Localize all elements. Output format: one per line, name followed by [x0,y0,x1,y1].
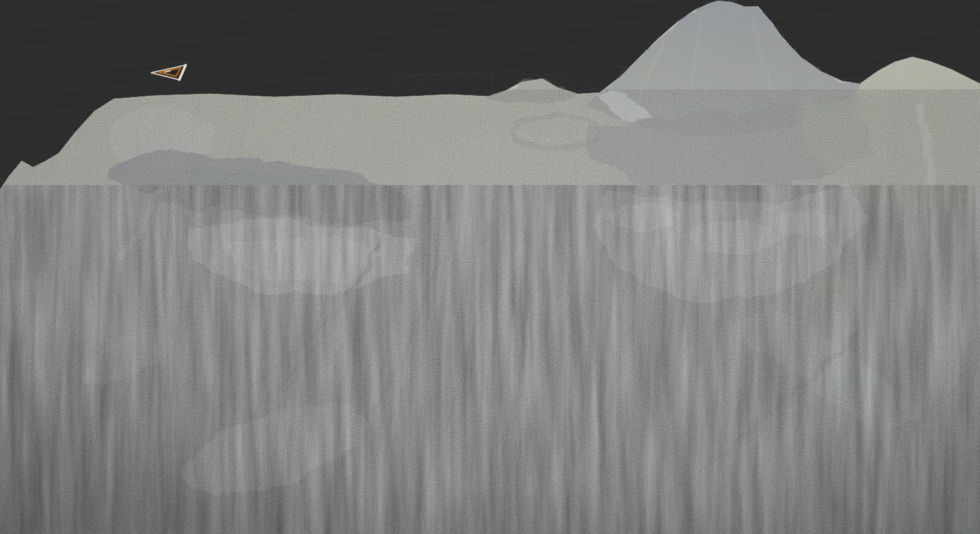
terrain-texture-overlay [0,0,980,534]
grid-line [0,0,980,27]
viewport-3d[interactable] [0,0,980,534]
object-gizmo[interactable] [151,65,186,80]
grid-line [0,31,980,70]
vignette-overlay [0,0,980,534]
grid-line [0,9,980,48]
grid-line [0,0,980,5]
